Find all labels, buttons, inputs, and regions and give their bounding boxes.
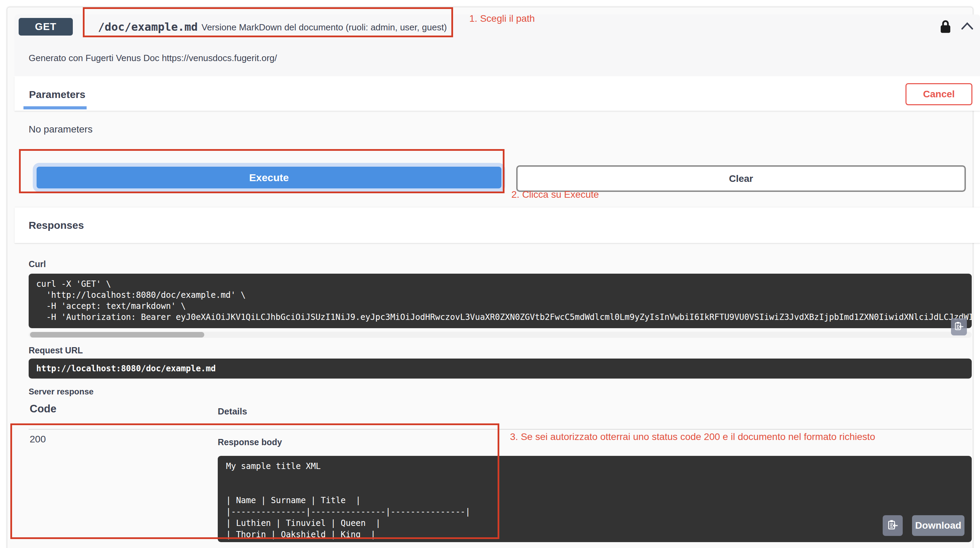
response-body-line: | Name | Surname | Title |	[226, 495, 972, 506]
request-url-label: Request URL	[29, 346, 83, 355]
curl-command: curl -X 'GET' \ 'http://localhost:8080/d…	[29, 274, 972, 328]
no-parameters-text: No parameters	[29, 124, 92, 135]
collapse-chevron-icon[interactable]	[961, 22, 975, 32]
parameters-tab-underline	[24, 106, 87, 109]
clipboard-copy-icon	[954, 320, 964, 333]
clipboard-copy-icon	[887, 519, 899, 532]
response-body-line	[226, 483, 972, 495]
response-row-divider	[29, 429, 972, 430]
clear-button[interactable]: Clear	[516, 165, 966, 192]
response-body-line: |---------------|---------------|-------…	[226, 506, 972, 518]
response-body-label: Response body	[218, 437, 282, 447]
auth-lock-icon[interactable]	[939, 19, 953, 35]
endpoint-summary-text: Versione MarkDown del documento (ruoli: …	[202, 22, 447, 33]
curl-scrollbar-thumb[interactable]	[30, 332, 204, 338]
download-button[interactable]: Download	[912, 515, 964, 536]
responses-title: Responses	[29, 220, 84, 231]
response-body-line: | Thorin | Oakshield | King |	[226, 529, 972, 540]
parameters-section-header	[14, 76, 980, 111]
curl-line: -H 'accept: text/markdown' \	[36, 301, 972, 312]
operation-block: GET /doc/example.md Versione MarkDown de…	[7, 7, 973, 548]
curl-line: curl -X 'GET' \	[36, 279, 972, 290]
curl-label: Curl	[29, 259, 46, 269]
get-method-badge: GET	[19, 18, 73, 35]
execute-button[interactable]: Execute	[37, 167, 501, 188]
endpoint-path: /doc/example.md	[98, 21, 198, 33]
response-body-line: My sample title XML	[226, 461, 972, 472]
response-copy-button[interactable]	[883, 515, 903, 536]
request-url-value: http://localhost:8080/doc/example.md	[29, 358, 972, 379]
response-body-line: | Luthien | Tinuviel | Queen |	[226, 518, 972, 529]
response-body-line	[226, 472, 972, 483]
curl-copy-button[interactable]	[951, 318, 967, 335]
parameters-title: Parameters	[29, 89, 85, 100]
details-column-header: Details	[218, 406, 247, 417]
server-response-label: Server response	[29, 387, 94, 397]
response-body-content: My sample title XML | Name | Surname | T…	[218, 456, 972, 542]
responses-section-header	[14, 207, 980, 243]
curl-line: -H 'Authorization: Bearer eyJ0eXAiOiJKV1…	[36, 312, 972, 323]
endpoint-description: Generato con Fugerti Venus Doc https://v…	[29, 53, 277, 64]
status-code: 200	[30, 434, 46, 445]
cancel-button[interactable]: Cancel	[905, 83, 972, 105]
curl-line: 'http://localhost:8080/doc/example.md' \	[36, 290, 972, 301]
code-column-header: Code	[30, 403, 57, 415]
